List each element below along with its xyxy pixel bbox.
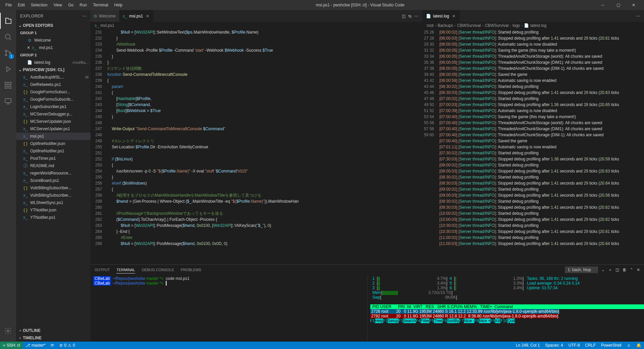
status-eol[interactable]: CRLF — [583, 342, 598, 349]
tab-latest[interactable]: 📄latest.log✕ — [423, 10, 460, 22]
tab-msl[interactable]: ≥_msl.ps1✕ — [119, 10, 154, 22]
minimap[interactable] — [416, 29, 422, 264]
code-editor[interactable]: 231 232 233 234 235 236 237 238 239 240 … — [91, 29, 422, 264]
remote-explorer-icon[interactable] — [0, 93, 16, 109]
menu-view[interactable]: View — [51, 1, 65, 9]
menu-go[interactable]: Go — [65, 1, 76, 9]
new-terminal-icon[interactable]: ＋ — [608, 267, 612, 273]
menu-terminal[interactable]: Terminal — [90, 1, 111, 9]
settings-gear-icon[interactable] — [0, 323, 16, 339]
file-item[interactable]: ≥_AutoBackupWSL...M — [16, 73, 91, 81]
svg-rect-4 — [5, 82, 7, 85]
file-item[interactable]: { }VultrBillingSubscriber... — [16, 184, 91, 192]
status-bell-icon[interactable]: 🔔 — [634, 342, 644, 349]
terminal-select[interactable]: 1: bash, htop — [565, 266, 598, 273]
menu-edit[interactable]: Edit — [15, 1, 28, 9]
file-item[interactable]: ≥_VultrBillingSubscriber... — [16, 192, 91, 199]
kill-terminal-icon[interactable]: 🗑 — [623, 267, 627, 272]
status-sync[interactable]: ⟳ — [48, 342, 57, 349]
file-item[interactable]: ≥_regenWorldResource... — [16, 169, 91, 177]
group-1: GROUP 1 — [16, 29, 91, 37]
terminal-dropdown-icon[interactable]: ⌄ — [601, 267, 605, 272]
terminal-right-htop[interactable]: 1 [||4.7%] 2 [||3.4%] 3 [||1.3%] 4 [|1.3… — [368, 275, 644, 342]
activity-bar: 1 — [0, 10, 16, 342]
workspace-header[interactable]: ⌄PWSHCBW [SSH: CL] — [16, 66, 91, 73]
editor-tabs-right: 📄latest.log✕ ⋯ — [423, 10, 644, 22]
diff-icon[interactable]: ⇆ — [408, 14, 412, 18]
tab-welcome[interactable]: ⧉Welcome — [91, 10, 119, 22]
maximize-button[interactable]: ▢ — [610, 0, 626, 10]
file-item[interactable]: ≥_ScoreBoard.ps1 — [16, 177, 91, 184]
svg-point-1 — [5, 50, 7, 52]
explorer-icon[interactable] — [0, 13, 16, 29]
sidebar: EXPLORER⋯ ⌄OPEN EDITORS GROUP 1 ⧉Welcome… — [16, 10, 91, 342]
status-feedback-icon[interactable]: ☺ — [624, 342, 634, 349]
source-control-icon[interactable]: 1 — [0, 45, 16, 61]
file-item[interactable]: { }GoogleFormsSubscr... — [16, 88, 91, 96]
run-debug-icon[interactable] — [0, 61, 16, 77]
menu-help[interactable]: Help — [112, 1, 125, 9]
bottom-panel: OUTPUT TERMINAL DEBUG CONSOLE PROBLEMS 1… — [91, 264, 644, 342]
split-editor-icon[interactable]: ◫ — [402, 14, 406, 18]
open-editor-latest[interactable]: 📄latest.log/root/Ba... — [16, 59, 91, 66]
maximize-panel-icon[interactable]: ⌃ — [630, 267, 633, 272]
file-item[interactable]: ≥_WLSheetSync.ps1 — [16, 199, 91, 206]
extensions-icon[interactable] — [0, 77, 16, 93]
terminal-left[interactable]: CBwLab ~/Repos/pwshcbw master *= code ms… — [91, 275, 368, 342]
panel-tab-terminal[interactable]: TERMINAL — [116, 266, 135, 273]
file-item[interactable]: ≥_GetRetweets.ps1 — [16, 81, 91, 88]
status-spaces[interactable]: Spaces: 4 — [542, 342, 566, 349]
open-editors-header[interactable]: ⌄OPEN EDITORS — [16, 22, 91, 29]
close-icon[interactable]: ✕ — [451, 14, 457, 18]
editor-tabs-left: ⧉Welcome ≥_msl.ps1✕ ◫ ⇆ ⋯ — [91, 10, 422, 22]
file-item[interactable]: ≥_MCServerUpdater.ps1 — [16, 125, 91, 133]
panel-tab-problems[interactable]: PROBLEMS — [181, 266, 201, 273]
file-item[interactable]: ≥_LoginSubscriber.ps1 — [16, 103, 91, 110]
menu-file[interactable]: File — [3, 1, 14, 9]
status-encoding[interactable]: UTF-8 — [566, 342, 583, 349]
search-icon[interactable] — [0, 29, 16, 45]
timeline-header[interactable]: ›TIMELINE — [16, 334, 91, 342]
titlebar: File Edit Selection View Go Run Terminal… — [0, 0, 644, 10]
close-panel-icon[interactable]: ✕ — [637, 267, 640, 272]
breadcrumb-left[interactable]: ≥_msl.ps1 — [91, 22, 422, 29]
split-terminal-icon[interactable]: ◫ — [615, 267, 619, 272]
close-icon[interactable]: ✕ — [145, 14, 150, 18]
svg-rect-6 — [5, 86, 7, 88]
file-item[interactable]: ≥_GoogleFormsSubscrib... — [16, 96, 91, 103]
file-item[interactable]: { }MCServerUpdater.json — [16, 118, 91, 125]
panel-tab-output[interactable]: OUTPUT — [95, 266, 110, 273]
group-2: GROUP 2 — [16, 51, 91, 59]
file-item[interactable]: ≥_YTNotifier.ps1 — [16, 214, 91, 221]
more-icon[interactable]: ⋯ — [636, 14, 640, 18]
svg-point-9 — [7, 330, 9, 332]
menu-run[interactable]: Run — [77, 1, 90, 9]
svg-point-0 — [5, 34, 10, 39]
file-item[interactable]: ≥_MCServerDebugger.p... — [16, 110, 91, 118]
more-icon[interactable]: ⋯ — [414, 14, 418, 18]
open-editor-msl[interactable]: ✕≥_msl.ps1 — [16, 44, 91, 51]
log-viewer[interactable]: 25 26 27 28 29 30 31 32 33 34 35 36 37 3… — [423, 29, 644, 264]
status-position[interactable]: Ln 249, Col 1 — [513, 342, 542, 349]
status-errors[interactable]: ⊘ 0 ⚠ 0 — [57, 342, 77, 349]
window-controls: ─ ▢ ✕ — [595, 0, 641, 10]
file-item[interactable]: { }OptifineNotifier.json — [16, 140, 91, 147]
svg-point-2 — [5, 54, 7, 56]
file-item[interactable]: ≥_msl.ps1 — [16, 133, 91, 140]
status-language[interactable]: PowerShell — [598, 342, 624, 349]
sidebar-more-icon[interactable]: ⋯ — [83, 14, 87, 18]
svg-rect-8 — [5, 99, 11, 103]
panel-tab-debug[interactable]: DEBUG CONSOLE — [142, 266, 174, 273]
status-remote[interactable]: ›‹ SSH: cl — [0, 342, 23, 349]
menu-selection[interactable]: Selection — [28, 1, 50, 9]
file-item[interactable]: ⓘREADME.md — [16, 162, 91, 169]
status-branch[interactable]: ⎇ master* — [23, 342, 48, 349]
close-button[interactable]: ✕ — [626, 0, 641, 10]
file-item[interactable]: ≥_PostTimer.ps1 — [16, 155, 91, 162]
file-item[interactable]: { }YTNotifier.json — [16, 206, 91, 214]
file-item[interactable]: ≥_OptifineNotifier.ps1 — [16, 147, 91, 155]
outline-header[interactable]: ›OUTLINE — [16, 327, 91, 334]
minimize-button[interactable]: ─ — [595, 0, 610, 10]
breadcrumb-right[interactable]: root› Backups› CBWSurvival› CBWSurvival›… — [423, 22, 644, 29]
open-editor-welcome[interactable]: ⧉Welcome — [16, 37, 91, 44]
